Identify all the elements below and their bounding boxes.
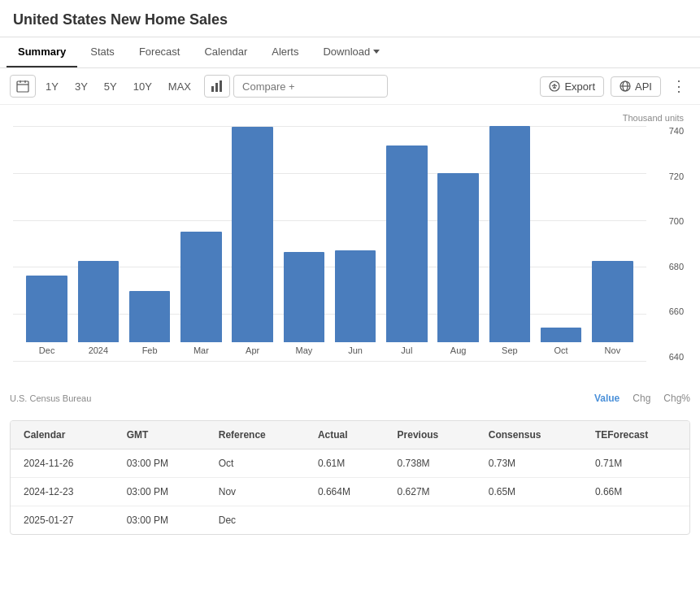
export-icon <box>549 80 560 92</box>
bar-x-label: May <box>295 345 312 362</box>
chart-type-button[interactable] <box>204 75 230 98</box>
table-header-cell: Calendar <box>11 421 114 450</box>
y-axis-label: 680 <box>669 262 687 271</box>
table-cell-calendar: 2024-11-26 <box>11 450 114 478</box>
tab-forecast[interactable]: Forecast <box>128 37 192 67</box>
table-cell-actual: 0.61M <box>305 450 385 478</box>
value-tabs: Value Chg Chg% <box>594 393 690 404</box>
bar-x-label: Apr <box>246 345 259 362</box>
time-10y-button[interactable]: 10Y <box>127 77 159 96</box>
bar[interactable] <box>26 276 67 342</box>
bar-group: Jun <box>330 126 381 362</box>
y-axis: 740720700680660640 <box>646 126 687 386</box>
table-header-cell: TEForecast <box>582 421 689 450</box>
y-axis-label: 640 <box>669 352 687 362</box>
bar-group: Jul <box>381 126 433 362</box>
bar-x-label: Jun <box>348 345 363 362</box>
bar-x-label: Mar <box>193 345 209 362</box>
toolbar: 1Y 3Y 5Y 10Y MAX Export <box>0 68 700 105</box>
table-cell-teforecast: 0.66M <box>582 478 689 506</box>
bar[interactable] <box>386 145 428 342</box>
value-tab-value[interactable]: Value <box>594 393 620 404</box>
api-button[interactable]: API <box>611 76 661 97</box>
compare-input[interactable] <box>233 75 388 98</box>
api-icon <box>620 80 631 92</box>
svg-rect-5 <box>215 83 218 92</box>
bar-x-label: Feb <box>142 345 158 362</box>
bar-group: Mar <box>176 126 227 362</box>
data-table: CalendarGMTReferenceActualPreviousConsen… <box>11 421 689 534</box>
value-tab-chgpct[interactable]: Chg% <box>663 393 690 404</box>
bar[interactable] <box>232 127 273 342</box>
tab-calendar[interactable]: Calendar <box>193 37 259 67</box>
time-max-button[interactable]: MAX <box>162 77 198 96</box>
table-header-cell: Previous <box>385 421 476 450</box>
table-cell-teforecast <box>582 506 689 535</box>
page-title: United States New Home Sales <box>0 0 700 37</box>
bar-group: Dec <box>21 126 72 362</box>
bar-group: Oct <box>536 126 587 362</box>
bar[interactable] <box>129 291 171 342</box>
svg-rect-0 <box>17 81 28 92</box>
chart-container: Dec2024FebMarAprMayJunJulAugSepOctNov 74… <box>13 126 687 386</box>
bar-group: May <box>278 126 329 362</box>
table-cell-reference: Dec <box>206 506 305 535</box>
bar[interactable] <box>180 232 222 342</box>
bar[interactable] <box>335 250 376 342</box>
table-header-cell: Consensus <box>476 421 582 450</box>
bar-chart-icon <box>211 80 224 93</box>
table-header-cell: GMT <box>114 421 206 450</box>
table-cell-calendar: 2025-01-27 <box>11 506 114 535</box>
table-cell-reference: Nov <box>206 478 305 506</box>
time-1y-button[interactable]: 1Y <box>39 77 65 96</box>
svg-rect-6 <box>220 80 222 92</box>
bar-group: Feb <box>124 126 176 362</box>
bars-wrapper: Dec2024FebMarAprMayJunJulAugSepOctNov <box>13 126 646 362</box>
bar[interactable] <box>489 126 531 342</box>
bar[interactable] <box>437 173 479 342</box>
time-5y-button[interactable]: 5Y <box>98 77 124 96</box>
bar[interactable] <box>284 252 325 342</box>
bar-x-label: Jul <box>401 345 412 362</box>
calendar-icon <box>16 80 29 93</box>
bar-x-label: 2024 <box>89 345 108 362</box>
time-3y-button[interactable]: 3Y <box>68 77 94 96</box>
table-cell-previous: 0.627M <box>385 478 476 506</box>
y-axis-label: 740 <box>669 126 687 136</box>
bar[interactable] <box>78 261 120 342</box>
calendar-icon-button[interactable] <box>10 75 36 98</box>
table-cell-actual <box>305 506 385 535</box>
tab-download[interactable]: Download <box>311 37 391 67</box>
tab-stats[interactable]: Stats <box>79 37 126 67</box>
chart-footer: U.S. Census Bureau Value Chg Chg% <box>0 386 700 407</box>
table-cell-actual: 0.664M <box>305 478 385 506</box>
toolbar-left: 1Y 3Y 5Y 10Y MAX <box>10 75 388 98</box>
bar[interactable] <box>592 261 633 342</box>
chart-bars-area: Dec2024FebMarAprMayJunJulAugSepOctNov <box>13 126 646 386</box>
bar[interactable] <box>541 328 582 342</box>
table-header-row: CalendarGMTReferenceActualPreviousConsen… <box>11 421 689 450</box>
table-cell-gmt: 03:00 PM <box>114 506 206 535</box>
svg-rect-4 <box>211 86 214 92</box>
table-cell-gmt: 03:00 PM <box>114 450 206 478</box>
table-cell-consensus <box>476 506 582 535</box>
table-row: 2024-12-2303:00 PMNov0.664M0.627M0.65M0.… <box>11 478 689 506</box>
table-cell-consensus: 0.65M <box>476 478 582 506</box>
bar-group: 2024 <box>72 126 124 362</box>
table-cell-consensus: 0.73M <box>476 450 582 478</box>
tab-summary[interactable]: Summary <box>7 37 77 67</box>
table-row: 2024-11-2603:00 PMOct0.61M0.738M0.73M0.7… <box>11 450 689 478</box>
table-header-cell: Actual <box>305 421 385 450</box>
bar-x-label: Dec <box>39 345 55 362</box>
table-cell-previous <box>385 506 476 535</box>
value-tab-chg[interactable]: Chg <box>633 393 650 404</box>
table-header-cell: Reference <box>206 421 305 450</box>
nav-tabs: Summary Stats Forecast Calendar Alerts D… <box>0 37 700 68</box>
data-table-section: CalendarGMTReferenceActualPreviousConsen… <box>10 420 690 535</box>
export-button[interactable]: Export <box>540 76 604 97</box>
tab-alerts[interactable]: Alerts <box>260 37 310 67</box>
table-cell-calendar: 2024-12-23 <box>11 478 114 506</box>
bar-x-label: Nov <box>605 345 621 362</box>
bar-x-label: Aug <box>450 345 467 362</box>
more-options-button[interactable]: ⋮ <box>667 75 690 98</box>
